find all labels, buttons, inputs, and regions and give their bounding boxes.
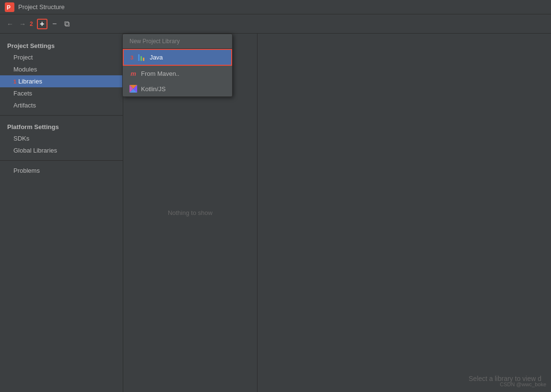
watermark: CSDN @wwc_boke	[500, 381, 546, 387]
maven-icon: m	[129, 70, 137, 77]
sidebar-item-sdks[interactable]: SDKs	[0, 132, 123, 144]
dropdown-item-maven[interactable]: m From Maven..	[123, 66, 232, 81]
right-panel: Select a library to view d	[258, 34, 551, 392]
sidebar: Project Settings Project Modules 1Librar…	[0, 34, 123, 392]
dropdown-item-java-label: Java	[150, 54, 163, 61]
remove-button[interactable]: −	[49, 19, 60, 29]
dropdown-item-java[interactable]: 3 Java	[123, 49, 232, 66]
sidebar-item-global-libraries[interactable]: Global Libraries	[0, 144, 123, 156]
dropdown-item-kotlin[interactable]: Kotlin/JS	[123, 81, 232, 96]
sidebar-item-problems[interactable]: Problems	[0, 165, 123, 177]
sidebar-item-artifacts[interactable]: Artifacts	[0, 99, 123, 111]
main-container: ← → 2 + − ⧉ Project Settings Project Mod…	[0, 14, 551, 392]
sidebar-item-facets[interactable]: Facets	[0, 87, 123, 99]
step-3-badge: 3	[130, 55, 133, 60]
title-bar: P Project Structure	[0, 0, 551, 14]
step-1-badge: 1	[13, 79, 16, 84]
dropdown-menu: New Project Library 3 Java m From Maven.…	[122, 34, 233, 97]
sidebar-item-libraries[interactable]: 1Libraries	[0, 75, 123, 87]
project-settings-section: Project Settings	[0, 38, 123, 51]
app-icon: P	[5, 2, 14, 12]
content-area: Project Settings Project Modules 1Librar…	[0, 34, 551, 392]
svg-text:P: P	[7, 4, 11, 11]
add-button[interactable]: +	[37, 19, 47, 29]
toolbar: ← → 2 + − ⧉	[0, 14, 551, 34]
back-button[interactable]: ←	[5, 19, 15, 29]
sidebar-item-project[interactable]: Project	[0, 51, 123, 63]
copy-button[interactable]: ⧉	[62, 19, 72, 29]
step-2-badge: 2	[30, 21, 33, 27]
forward-button[interactable]: →	[17, 19, 28, 29]
dropdown-header: New Project Library	[123, 34, 232, 49]
nothing-to-show-text: Nothing to show	[168, 209, 212, 216]
sidebar-divider-2	[0, 160, 123, 161]
sidebar-divider	[0, 115, 123, 116]
kotlin-icon	[129, 85, 137, 93]
dropdown-item-kotlin-label: Kotlin/JS	[141, 85, 165, 93]
java-bars-icon	[138, 54, 146, 61]
platform-settings-section: Platform Settings	[0, 119, 123, 132]
window-title: Project Structure	[18, 3, 65, 11]
sidebar-item-modules[interactable]: Modules	[0, 63, 123, 75]
dropdown-item-maven-label: From Maven..	[141, 70, 179, 77]
